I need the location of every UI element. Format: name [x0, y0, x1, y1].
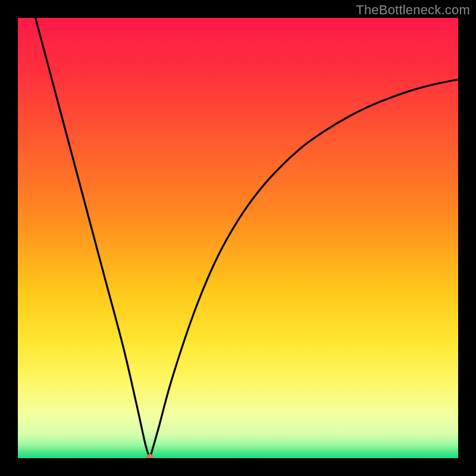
curve-layer — [18, 18, 458, 458]
chart-frame: TheBottleneck.com — [0, 0, 476, 476]
curve-left-branch — [36, 18, 150, 458]
watermark-text: TheBottleneck.com — [356, 2, 470, 18]
minimum-marker — [146, 454, 154, 458]
curve-right-branch — [150, 80, 458, 458]
plot-area — [18, 18, 458, 458]
